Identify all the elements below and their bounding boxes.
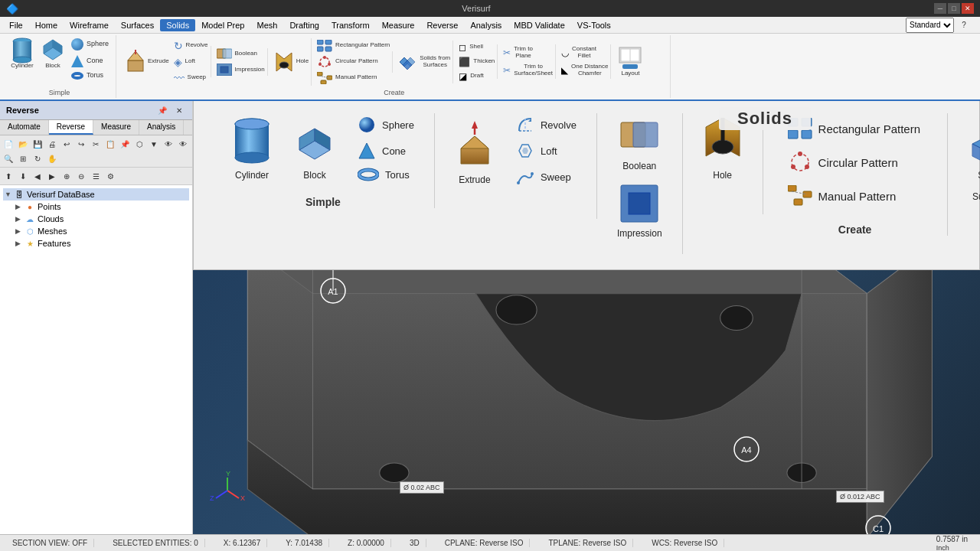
tb-pan[interactable]: ✋ (45, 152, 59, 165)
ribbon-btn-thicken[interactable]: ⬛ Thicken (456, 55, 497, 69)
solids-item-sweep[interactable]: Sweep (511, 165, 581, 188)
solids-item-manual-pattern[interactable]: Manual Pattern (779, 181, 932, 211)
tb2-8[interactable]: ⚙ (103, 169, 117, 183)
ribbon-btn-block[interactable]: Block (38, 37, 67, 87)
tb2-3[interactable]: ◀ (31, 169, 44, 183)
ribbon-btn-trim-plane[interactable]: ✂ Trim toPlane (501, 44, 555, 61)
menu-mesh[interactable]: Mesh (250, 19, 283, 31)
solids-item-cone[interactable]: Cone (353, 139, 419, 162)
ribbon-btn-impression[interactable]: Impression (214, 62, 267, 77)
tb-cut[interactable]: ✂ (89, 137, 103, 151)
ribbon-btn-solids-from-surfaces[interactable]: Solids fromSurfaces (396, 51, 452, 73)
menu-vs-tools[interactable]: VS-Tools (571, 19, 617, 31)
tb-rotate[interactable]: ↻ (31, 152, 44, 165)
ribbon-btn-fillet[interactable]: ◡ ConstantFillet (559, 44, 610, 61)
tb-zoom[interactable]: 🔍 (2, 152, 15, 165)
tb-show[interactable]: 👁 (176, 137, 190, 151)
tb-copy[interactable]: 📋 (103, 137, 117, 151)
sidebar-tab-reverse[interactable]: Reverse (49, 120, 93, 135)
close-button[interactable]: ✕ (962, 3, 974, 14)
ribbon-btn-trim-surface[interactable]: ✂ Trim toSurface/Sheet (501, 62, 555, 79)
menu-home[interactable]: Home (29, 19, 64, 31)
menu-analysis[interactable]: Analysis (464, 19, 508, 31)
sidebar-tab-automate[interactable]: Automate (0, 120, 49, 135)
tree-expand-features[interactable]: ▶ (15, 240, 24, 247)
ribbon-btn-rect-pattern[interactable]: Rectangular Pattern (315, 38, 392, 54)
minimize-button[interactable]: ─ (934, 3, 946, 14)
ribbon-btn-extrude[interactable]: Extrude (122, 48, 172, 76)
maximize-button[interactable]: □ (948, 3, 960, 14)
tb-print[interactable]: 🖨 (45, 137, 59, 151)
solids-item-boolean[interactable]: Boolean (615, 113, 664, 174)
menu-drafting[interactable]: Drafting (283, 19, 325, 31)
titlebar-controls[interactable]: ─ □ ✕ (934, 3, 974, 14)
menu-solids[interactable]: Solids (160, 19, 195, 31)
menu-mbd[interactable]: MBD Validate (508, 19, 570, 31)
sidebar-pin-button[interactable]: 📌 (155, 103, 169, 117)
solids-item-torus[interactable]: Torus (353, 165, 419, 184)
solids-item-extrude[interactable]: Extrude (450, 118, 499, 188)
ribbon-btn-shell[interactable]: ◻ Shell (456, 41, 497, 54)
menu-measure[interactable]: Measure (376, 19, 421, 31)
tree-expand-meshes[interactable]: ▶ (15, 227, 24, 235)
tb-save[interactable]: 💾 (31, 137, 44, 151)
ribbon-btn-revolve[interactable]: ↻ Revolve (172, 38, 211, 54)
ribbon-btn-cylinder[interactable]: Cylinder (8, 37, 37, 87)
menu-reverse[interactable]: Reverse (420, 19, 464, 31)
ribbon-btn-layout[interactable]: Layout (616, 44, 645, 79)
tb2-4[interactable]: ▶ (45, 169, 59, 183)
tree-item-features[interactable]: ▶ ★ Features (3, 237, 189, 249)
menu-file[interactable]: File (3, 19, 29, 31)
tb-open[interactable]: 📂 (16, 137, 30, 151)
ribbon-btn-chamfer[interactable]: ◣ One DistanceChamfer (559, 62, 610, 79)
tree-item-clouds[interactable]: ▶ ☁ Clouds (3, 213, 189, 225)
solids-item-cylinder[interactable]: Cylinder (227, 113, 276, 184)
menu-surfaces[interactable]: Surfaces (115, 19, 160, 31)
tb2-6[interactable]: ⊖ (74, 169, 88, 183)
tb-zoom-all[interactable]: ⊞ (16, 152, 30, 165)
tb-hide[interactable]: 👁 (162, 137, 175, 151)
tree-item-root[interactable]: ▼ 🗄 Verisurf DataBase (3, 188, 189, 201)
ribbon-btn-boolean[interactable]: Boolean (214, 46, 267, 61)
menu-wireframe[interactable]: Wireframe (64, 19, 115, 31)
tree-expand-clouds[interactable]: ▶ (15, 215, 24, 223)
tb2-5[interactable]: ⊕ (60, 169, 74, 183)
tb-filter[interactable]: ▼ (147, 137, 161, 151)
view-select[interactable]: Standard (906, 18, 954, 33)
tb-redo[interactable]: ↪ (74, 137, 88, 151)
ribbon-btn-cone[interactable]: Cone (69, 54, 111, 69)
tb2-7[interactable]: ☰ (89, 169, 103, 183)
solids-item-impression[interactable]: Impression (612, 181, 667, 242)
tree-expand-points[interactable]: ▶ (15, 203, 24, 210)
tb-select[interactable]: ⬡ (132, 137, 146, 151)
sidebar-close-button[interactable]: ✕ (172, 103, 186, 117)
tb-new[interactable]: 📄 (2, 137, 15, 151)
tree-expand-root[interactable]: ▼ (5, 191, 14, 198)
solids-item-loft[interactable]: Loft (511, 139, 581, 162)
ribbon-btn-draft[interactable]: ◪ Draft (456, 70, 497, 83)
solids-item-circ-pattern[interactable]: Circular Pattern (779, 147, 932, 178)
tb2-1[interactable]: ⬆ (2, 169, 15, 183)
menu-transform[interactable]: Transform (325, 19, 376, 31)
menu-model-prep[interactable]: Model Prep (195, 19, 250, 31)
tb2-2[interactable]: ⬇ (16, 169, 30, 183)
viewport[interactable]: A2 A1 A4 B2 C1 4 x Ø 0.1875 ±.001 Ø 0.25… (193, 101, 980, 534)
tree-item-meshes[interactable]: ▶ ⬡ Meshes (3, 225, 189, 237)
solids-item-from-surfaces[interactable]: Solids fromSurfaces (963, 113, 980, 205)
sidebar-tab-analysis[interactable]: Analysis (139, 120, 184, 135)
ribbon-btn-torus[interactable]: Torus (69, 70, 111, 81)
ribbon-btn-sweep[interactable]: 〰 Sweep (172, 70, 211, 86)
ribbon-btn-loft[interactable]: ◈ Loft (172, 54, 211, 70)
ribbon-btn-circ-pattern[interactable]: Circular Pattern (315, 54, 392, 70)
help-button[interactable]: ? (957, 18, 971, 32)
ribbon-btn-manual-pattern[interactable]: Manual Pattern (315, 70, 392, 86)
tb-paste[interactable]: 📌 (118, 137, 132, 151)
ribbon-btn-sphere[interactable]: Sphere (69, 37, 111, 52)
sidebar-tab-measure[interactable]: Measure (93, 120, 139, 135)
solids-item-sphere[interactable]: Sphere (353, 113, 419, 136)
tree-item-points[interactable]: ▶ ● Points (3, 201, 189, 213)
ribbon-btn-hole[interactable]: Hole (271, 48, 311, 76)
solids-item-revolve[interactable]: Revolve (511, 113, 581, 136)
solids-item-block[interactable]: Block (289, 116, 341, 184)
tb-undo[interactable]: ↩ (60, 137, 74, 151)
